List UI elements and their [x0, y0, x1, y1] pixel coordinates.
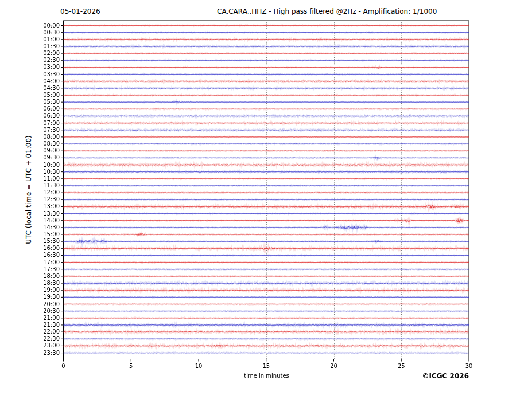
row-label-1630: 16:30: [0, 252, 60, 259]
row-label-1100: 11:00: [0, 175, 60, 182]
helicorder-figure: 05-01-2026 CA.CARA..HHZ - High pass filt…: [0, 0, 532, 399]
row-label-2130: 21:30: [0, 322, 60, 328]
row-label-1130: 11:30: [0, 182, 60, 189]
row-label-2100: 21:00: [0, 315, 60, 322]
row-label-1500: 15:00: [0, 231, 60, 238]
row-label-1700: 17:00: [0, 259, 60, 266]
row-label-0000: 00:00: [0, 22, 60, 29]
row-label-0530: 05:30: [0, 99, 60, 105]
x-tick-label-15: 15: [254, 363, 279, 370]
row-label-2330: 23:30: [0, 350, 60, 357]
row-label-0930: 09:30: [0, 154, 60, 161]
row-label-1400: 14:00: [0, 217, 60, 224]
row-label-1530: 15:30: [0, 238, 60, 245]
row-label-1800: 18:00: [0, 273, 60, 280]
row-label-1200: 12:00: [0, 189, 60, 196]
row-label-0130: 01:30: [0, 43, 60, 50]
row-label-0800: 08:00: [0, 134, 60, 140]
row-label-1430: 14:30: [0, 224, 60, 231]
x-tick-label-10: 10: [186, 363, 211, 370]
seismogram-canvas: [0, 0, 532, 399]
row-label-1830: 18:30: [0, 280, 60, 287]
row-label-0100: 01:00: [0, 36, 60, 43]
row-label-0330: 03:30: [0, 71, 60, 78]
row-label-0500: 05:00: [0, 92, 60, 99]
row-label-2030: 20:30: [0, 308, 60, 315]
row-label-1300: 13:00: [0, 203, 60, 210]
row-label-1330: 13:30: [0, 210, 60, 217]
x-tick-label-20: 20: [321, 363, 347, 370]
row-label-0230: 02:30: [0, 57, 60, 64]
x-tick-label-5: 5: [118, 363, 143, 370]
row-label-0900: 09:00: [0, 147, 60, 154]
row-label-0430: 04:30: [0, 85, 60, 92]
row-label-1600: 16:00: [0, 245, 60, 252]
row-label-0030: 00:30: [0, 29, 60, 36]
row-label-1930: 19:30: [0, 294, 60, 300]
row-label-2230: 22:30: [0, 335, 60, 342]
row-label-2200: 22:00: [0, 328, 60, 335]
row-label-0200: 02:00: [0, 50, 60, 57]
row-label-1900: 19:00: [0, 287, 60, 294]
x-tick-label-30: 30: [456, 363, 481, 370]
row-label-1230: 12:30: [0, 196, 60, 203]
copyright-label: ©ICGC 2026: [354, 372, 469, 380]
x-tick-label-0: 0: [51, 363, 76, 370]
row-label-2300: 23:00: [0, 342, 60, 349]
x-axis-label: time in minutes: [209, 373, 324, 379]
row-label-2000: 20:00: [0, 301, 60, 308]
x-tick-label-25: 25: [389, 363, 414, 370]
row-label-0730: 07:30: [0, 127, 60, 134]
row-label-0700: 07:00: [0, 120, 60, 127]
row-label-1000: 10:00: [0, 162, 60, 169]
row-label-1730: 17:30: [0, 266, 60, 273]
row-label-0600: 06:00: [0, 105, 60, 112]
row-label-0630: 06:30: [0, 112, 60, 119]
row-label-0400: 04:00: [0, 78, 60, 85]
row-label-0300: 03:00: [0, 64, 60, 71]
row-label-0830: 08:30: [0, 140, 60, 147]
row-label-1030: 10:30: [0, 169, 60, 175]
